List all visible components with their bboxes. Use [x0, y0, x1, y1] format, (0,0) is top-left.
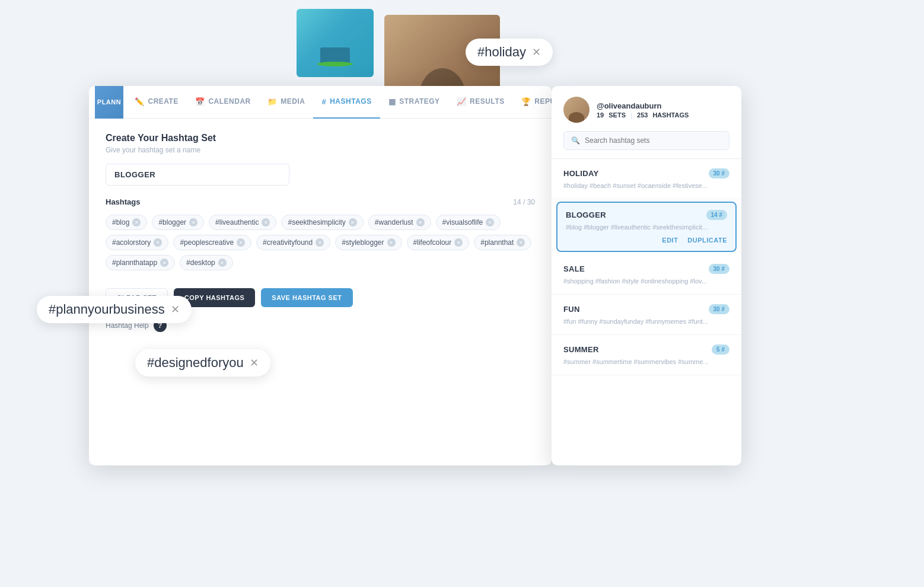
hashtag-tag-text: #acolorstory	[112, 238, 151, 247]
set-item-name: FUN	[563, 305, 580, 314]
create-header: Create Your Hashtag Set Give your hashta…	[106, 133, 535, 154]
search-input[interactable]	[585, 136, 722, 145]
tag-remove-icon[interactable]: ✕	[237, 238, 245, 247]
set-item-count: 5 #	[712, 344, 729, 355]
hashtag-set-item-holiday[interactable]: HOLIDAY 30 # #holiday #beach #sunset #oc…	[552, 159, 741, 199]
set-item-name: BLOGGER	[566, 210, 606, 219]
hashtag-tag[interactable]: #desktop ✕	[180, 255, 233, 270]
hashtags-count: 14 / 30	[513, 198, 535, 206]
app-container: PLANN ✏️ CREATE 📅 CALENDAR 📁 MEDIA # HAS…	[89, 86, 552, 465]
nav-logo: PLANN	[95, 86, 123, 119]
hashtag-tag[interactable]: #plannthatapp ✕	[106, 255, 175, 270]
results-icon: 📈	[457, 97, 467, 106]
profile-details: @oliveandauburn 19 SETS | 253 HASHTAGS	[597, 101, 689, 119]
profile-info: @oliveandauburn 19 SETS | 253 HASHTAGS	[563, 97, 729, 123]
tag-remove-icon[interactable]: ✕	[486, 218, 494, 226]
hashtag-set-item-summer[interactable]: SUMMER 5 # #summer #summertime #summervi…	[552, 335, 741, 375]
hashtag-tag-text: #creativityfound	[263, 238, 313, 247]
pill-designedforyou-close[interactable]: ✕	[250, 356, 259, 369]
hashtag-tag-text: #desktop	[186, 259, 215, 267]
tag-remove-icon[interactable]: ✕	[316, 238, 324, 247]
hashtag-tag[interactable]: #creativityfound ✕	[256, 235, 330, 250]
hashtag-set-item-sale[interactable]: SALE 30 # #shopping #fashion #style #onl…	[552, 254, 741, 295]
tag-remove-icon[interactable]: ✕	[262, 218, 270, 226]
nav-item-calendar[interactable]: 📅 CALENDAR	[187, 86, 259, 119]
hashtag-tag[interactable]: #acolorstory ✕	[106, 235, 168, 250]
hashtag-tag[interactable]: #visualsoflife ✕	[436, 215, 501, 230]
hashtag-tag[interactable]: #blogger ✕	[152, 215, 204, 230]
tag-remove-icon[interactable]: ✕	[454, 238, 463, 247]
search-icon: 🔍	[571, 136, 580, 145]
set-item-name: HOLIDAY	[563, 169, 598, 178]
profile-avatar	[563, 97, 590, 123]
hashtag-tag-text: #plannthatapp	[112, 259, 157, 267]
set-item-header: FUN 30 #	[563, 304, 729, 314]
pill-holiday[interactable]: #holiday ✕	[466, 39, 553, 66]
bg-image-blue	[297, 9, 374, 77]
hashtag-set-item-fun[interactable]: FUN 30 # #fun #funny #sundayfunday #funn…	[552, 295, 741, 335]
hashtag-tag[interactable]: #blog ✕	[106, 215, 147, 230]
tag-remove-icon[interactable]: ✕	[189, 218, 197, 226]
create-icon: ✏️	[135, 97, 145, 106]
create-subtitle: Give your hashtag set a name	[106, 146, 535, 154]
hashtag-tag[interactable]: #styleblogger ✕	[335, 235, 402, 250]
top-nav: PLANN ✏️ CREATE 📅 CALENDAR 📁 MEDIA # HAS…	[89, 86, 552, 119]
right-panel-header: @oliveandauburn 19 SETS | 253 HASHTAGS 🔍	[552, 86, 741, 159]
media-icon: 📁	[267, 97, 278, 106]
nav-item-strategy[interactable]: ▦ STRATEGY	[380, 86, 448, 119]
nav-item-repu[interactable]: 🏆 REPU...	[513, 86, 552, 119]
hashtag-tag[interactable]: #lifeofcolour ✕	[407, 235, 470, 250]
hashtag-tag-text: #blog	[112, 218, 129, 226]
nav-item-create[interactable]: ✏️ CREATE	[126, 86, 187, 119]
set-action-edit[interactable]: EDIT	[662, 237, 678, 244]
nav-item-results-label: RESULTS	[470, 97, 505, 106]
set-item-name: SALE	[563, 264, 585, 273]
tag-remove-icon[interactable]: ✕	[154, 238, 162, 247]
tag-remove-icon[interactable]: ✕	[517, 238, 525, 247]
nav-item-strategy-label: STRATEGY	[399, 97, 439, 106]
pill-designedforyou[interactable]: #designedforyou ✕	[135, 349, 270, 377]
hashtags-label-stat: HASHTAGS	[652, 111, 689, 119]
set-item-tags: #blog #blogger #liveauthentic #seekthesi…	[566, 224, 727, 231]
strategy-icon: ▦	[388, 97, 396, 106]
search-box: 🔍	[563, 131, 729, 150]
hashtags-label: Hashtags	[106, 197, 141, 206]
hashtag-tag-text: #liveauthentic	[215, 218, 259, 226]
pill-plannyourbusiness-text: #plannyourbusiness	[49, 302, 165, 317]
set-item-header: SUMMER 5 #	[563, 344, 729, 355]
hashtag-tags: #blog ✕ #blogger ✕ #liveauthentic ✕ #see…	[106, 215, 535, 270]
hashtag-set-item-blogger[interactable]: BLOGGER 14 # #blog #blogger #liveauthent…	[556, 202, 737, 252]
hashtag-sets-list: HOLIDAY 30 # #holiday #beach #sunset #oc…	[552, 159, 741, 461]
set-item-actions: EDITDUPLICATE	[566, 237, 727, 244]
tag-remove-icon[interactable]: ✕	[416, 218, 425, 226]
tag-remove-icon[interactable]: ✕	[387, 238, 396, 247]
hashtag-tag-text: #styleblogger	[342, 238, 384, 247]
save-hashtag-set-button[interactable]: SAVE HASHTAG SET	[261, 288, 352, 307]
set-action-duplicate[interactable]: DUPLICATE	[687, 237, 727, 244]
set-item-count: 14 #	[706, 210, 727, 220]
tag-remove-icon[interactable]: ✕	[132, 218, 141, 226]
hashtag-tag[interactable]: #wanderlust ✕	[368, 215, 431, 230]
profile-stats: 19 SETS | 253 HASHTAGS	[597, 111, 689, 119]
nav-item-results[interactable]: 📈 RESULTS	[448, 86, 513, 119]
profile-username: @oliveandauburn	[597, 101, 689, 110]
pill-plannyourbusiness-close[interactable]: ✕	[171, 303, 180, 316]
hashtags-count-stat: 253	[637, 111, 648, 119]
tag-remove-icon[interactable]: ✕	[218, 259, 227, 267]
set-name-input[interactable]	[106, 164, 289, 186]
hashtag-tag[interactable]: #seekthesimplicity ✕	[281, 215, 363, 230]
hashtag-tag[interactable]: #liveauthentic ✕	[209, 215, 276, 230]
nav-item-hashtags[interactable]: # HASHTAGS	[313, 86, 380, 119]
nav-item-calendar-label: CALENDAR	[208, 97, 250, 106]
set-item-tags: #shopping #fashion #style #onlineshoppin…	[563, 277, 729, 285]
nav-item-media[interactable]: 📁 MEDIA	[259, 86, 314, 119]
hashtag-tag[interactable]: #plannthat ✕	[474, 235, 531, 250]
pill-plannyourbusiness[interactable]: #plannyourbusiness ✕	[37, 296, 192, 323]
nav-item-media-label: MEDIA	[281, 97, 305, 106]
hashtag-tag[interactable]: #peoplescreative ✕	[173, 235, 251, 250]
repu-icon: 🏆	[521, 97, 531, 106]
pill-holiday-close[interactable]: ✕	[532, 46, 541, 59]
tag-remove-icon[interactable]: ✕	[349, 218, 357, 226]
hashtag-tag-text: #wanderlust	[375, 218, 413, 226]
tag-remove-icon[interactable]: ✕	[160, 259, 168, 267]
